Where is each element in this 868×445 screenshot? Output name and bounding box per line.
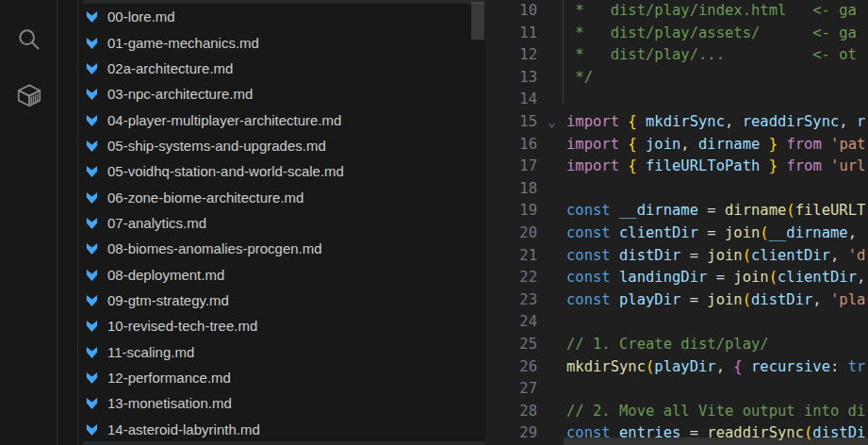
code-line[interactable]: 27 xyxy=(485,378,865,401)
code-editor[interactable]: 10 * dist/play/index.html <- ga 11 * dis… xyxy=(485,0,868,445)
code-line[interactable]: 22 const landingDir = join(clientDir, xyxy=(485,267,865,289)
line-number: 11 xyxy=(485,23,537,45)
file-name: 12-performance.md xyxy=(107,370,231,386)
partial-row-highlight-bottom xyxy=(83,441,485,445)
file-item[interactable]: 00-lore.md xyxy=(58,4,485,29)
search-activity-button[interactable] xyxy=(0,17,57,62)
code-line[interactable]: 28 // 2. Move all Vite output into di xyxy=(485,401,865,423)
file-item[interactable]: 13-monetisation.md xyxy=(58,390,485,416)
file-item[interactable]: 06-zone-biome-architecture.md xyxy=(58,184,485,209)
line-number: 13 xyxy=(485,67,537,90)
code-line[interactable]: 21 const distDir = join(clientDir, 'd xyxy=(485,245,865,268)
code-text: import { join, dirname } from 'pat xyxy=(566,134,865,157)
fold-chevron-icon[interactable] xyxy=(537,311,566,334)
fold-chevron-icon[interactable] xyxy=(537,0,566,23)
code-text: import { mkdirSync, readdirSync, r xyxy=(566,111,865,134)
code-line[interactable]: 12 * dist/play/... <- ot xyxy=(485,44,865,67)
fold-chevron-icon[interactable] xyxy=(537,245,566,268)
fold-chevron-icon[interactable] xyxy=(537,222,566,245)
fold-chevron-icon[interactable] xyxy=(537,356,566,379)
fold-chevron-icon[interactable] xyxy=(537,334,566,356)
fold-chevron-icon[interactable] xyxy=(537,289,566,312)
file-item[interactable]: 10-revised-tech-tree.md xyxy=(58,313,485,338)
file-name: 11-scaling.md xyxy=(107,344,194,360)
line-number: 15 xyxy=(485,111,537,134)
fold-chevron-icon[interactable] xyxy=(537,401,566,423)
code-line[interactable]: 19 const __dirname = dirname(fileURLT xyxy=(485,200,865,222)
code-line[interactable]: 16 import { join, dirname } from 'pat xyxy=(485,134,865,157)
code-text: const distDir = join(clientDir, 'd xyxy=(566,245,865,268)
file-item[interactable]: 14-asteroid-labyrinth.md xyxy=(58,417,485,442)
fold-chevron-icon[interactable] xyxy=(537,200,566,222)
file-item[interactable]: 04-player-multiplayer-architecture.md xyxy=(58,107,485,132)
file-item[interactable]: 11-scaling.md xyxy=(58,338,485,364)
container-tools-activity-button[interactable] xyxy=(0,73,57,118)
sidebar-scrollbar-thumb[interactable] xyxy=(471,2,484,40)
code-text: const playDir = join(distDir, 'pla xyxy=(566,289,865,312)
line-number: 14 xyxy=(485,89,537,111)
code-line[interactable]: 26 mkdirSync(playDir, { recursive: tr xyxy=(485,356,865,379)
code-line[interactable]: 14 xyxy=(485,89,865,111)
code-line[interactable]: 25 // 1. Create dist/play/ xyxy=(485,334,865,356)
line-number: 19 xyxy=(485,200,537,222)
code-line[interactable]: 10 * dist/play/index.html <- ga xyxy=(485,0,865,23)
fold-chevron-icon[interactable] xyxy=(537,44,566,67)
code-text: const clientDir = join(__dirname, xyxy=(566,222,857,245)
fold-chevron-icon[interactable]: ⌄ xyxy=(537,111,566,134)
file-item[interactable]: 03-npc-architecture.md xyxy=(58,81,485,107)
file-name: 03-npc-architecture.md xyxy=(107,86,253,102)
code-text: */ xyxy=(566,67,593,90)
fold-chevron-icon[interactable] xyxy=(537,178,566,201)
file-name: 10-revised-tech-tree.md xyxy=(107,318,257,334)
file-item[interactable]: 02a-architecture.md xyxy=(58,56,485,81)
file-name: 06-zone-biome-architecture.md xyxy=(107,190,303,206)
fold-chevron-icon[interactable] xyxy=(537,378,566,401)
file-item[interactable]: 05-voidhq-station-and-world-scale.md xyxy=(58,158,485,184)
code-line[interactable]: 24 xyxy=(485,311,865,334)
file-item[interactable]: 01-game-mechanics.md xyxy=(58,29,485,55)
code-line[interactable]: 20 const clientDir = join(__dirname, xyxy=(485,222,865,245)
file-name: 07-analytics.md xyxy=(107,215,206,231)
fold-chevron-icon[interactable] xyxy=(537,134,566,157)
code-line[interactable]: 15 ⌄ import { mkdirSync, readdirSync, r xyxy=(485,111,865,134)
fold-chevron-icon[interactable] xyxy=(537,156,566,178)
line-number: 23 xyxy=(485,289,537,312)
file-name: 00-lore.md xyxy=(107,8,175,25)
file-item[interactable]: 07-analytics.md xyxy=(58,210,485,236)
fold-chevron-icon[interactable] xyxy=(537,23,566,45)
file-item[interactable]: 08-deployment.md xyxy=(58,261,485,287)
markdown-arrow-icon xyxy=(85,36,99,50)
code-line[interactable]: 18 xyxy=(485,178,865,201)
line-number: 17 xyxy=(485,156,537,178)
markdown-arrow-icon xyxy=(85,241,99,255)
editor-horizontal-scrollbar-thumb[interactable] xyxy=(564,437,868,445)
line-number: 21 xyxy=(485,245,537,268)
fold-chevron-icon[interactable] xyxy=(537,422,566,445)
file-item[interactable]: 08-biomes-anomalies-procgen.md xyxy=(58,236,485,261)
code-line[interactable]: 11 * dist/play/assets/ <- ga xyxy=(485,23,865,45)
code-text: const landingDir = join(clientDir, xyxy=(566,267,865,289)
markdown-arrow-icon xyxy=(85,345,99,359)
markdown-arrow-icon xyxy=(85,319,99,333)
markdown-arrow-icon xyxy=(85,190,99,205)
code-text: * dist/play/assets/ <- ga xyxy=(566,23,857,45)
fold-chevron-icon[interactable] xyxy=(537,267,566,289)
file-item[interactable]: 12-performance.md xyxy=(58,365,485,390)
code-line[interactable]: 17 import { fileURLToPath } from 'url xyxy=(485,156,865,178)
file-name: 08-deployment.md xyxy=(107,267,224,283)
code-text: const __dirname = dirname(fileURLT xyxy=(566,200,865,222)
line-number: 25 xyxy=(485,334,537,356)
fold-chevron-icon[interactable] xyxy=(537,89,566,111)
markdown-arrow-icon xyxy=(85,422,99,437)
file-name: 04-player-multiplayer-architecture.md xyxy=(107,112,341,128)
file-item[interactable]: 05-ship-systems-and-upgrades.md xyxy=(58,133,485,158)
file-name: 09-gtm-strategy.md xyxy=(107,292,229,308)
file-name: 05-voidhq-station-and-world-scale.md xyxy=(107,163,344,179)
line-number: 29 xyxy=(485,422,537,445)
code-line[interactable]: 13 */ xyxy=(485,67,865,90)
code-line[interactable]: 23 const playDir = join(distDir, 'pla xyxy=(485,289,865,312)
fold-chevron-icon[interactable] xyxy=(537,67,566,90)
file-item[interactable]: 09-gtm-strategy.md xyxy=(58,288,485,313)
code-text: import { fileURLToPath } from 'url xyxy=(566,156,865,178)
code-text: // 1. Create dist/play/ xyxy=(566,334,769,356)
